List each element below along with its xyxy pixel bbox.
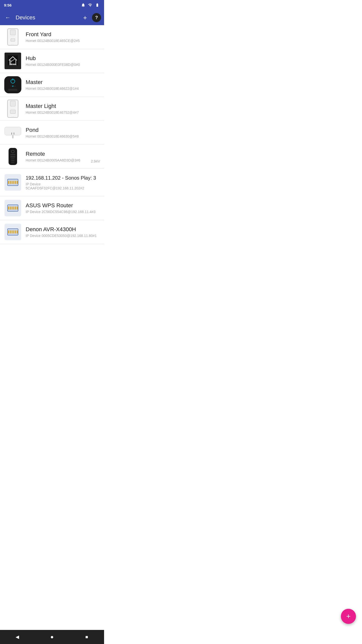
page-title: Devices [16,14,78,21]
device-info-sonos: 192.168.11.202 - Sonos Play: 3 IP Device… [26,175,100,190]
device-name: Pond [26,127,100,133]
device-name: 192.168.11.202 - Sonos Play: 3 [26,175,100,181]
device-icon-pond [4,124,22,141]
device-icon-remote [4,148,22,165]
device-sub: IP Device 5CAAFD5F32FC@192.168.11.202#2 [26,182,100,190]
device-item-pond[interactable]: Pond Hornet 00124B0018E46630@5#8 [0,121,104,145]
device-name: Master Light [26,103,100,109]
device-info-hub: Hub Hornet 00124B000E0FE08D@0#0 [26,55,100,67]
device-icon-hub: LIBRE HOME [4,52,22,70]
device-icon-denon [4,223,22,241]
help-button[interactable]: ? [92,13,101,22]
device-item-denon[interactable]: Denon AVR-X4300H IP Device 0005CDE53050@… [0,220,104,244]
device-item-sonos[interactable]: 192.168.11.202 - Sonos Play: 3 IP Device… [0,169,104,196]
device-info-denon: Denon AVR-X4300H IP Device 0005CDE53050@… [26,226,100,238]
device-icon-master-light: _ _ [4,100,22,117]
device-icon-master: ^ M v [4,76,22,94]
device-item-master[interactable]: ^ M v Master Hornet 00124B0018E46622@1#4 [0,73,104,97]
libre-home-logo: LIBRE HOME [8,55,18,65]
device-name: Master [26,79,100,86]
switch2-icon: _ _ [7,100,18,118]
device-sub: Hornet 00124B0018E465CE@2#5 [26,39,100,43]
wifi-icon [87,3,93,7]
device-icon-front-yard: _ _ [4,28,22,46]
hub-icon: LIBRE HOME [5,53,21,69]
remote-device-icon [9,148,17,165]
device-name: Denon AVR-X4300H [26,226,100,233]
device-sub: IP Device 2C56DC554C98@192.168.11.4#3 [26,210,100,214]
status-time: 9:56 [4,3,12,7]
network-icon [5,174,21,191]
help-label: ? [95,15,98,20]
device-info-master-light: Master Light Hornet 00124B0018E46752@4#7 [26,103,100,114]
device-sub: Hornet 00124B000E0FE08D@0#0 [26,63,100,67]
device-icon-sonos [4,174,22,191]
device-info-pond: Pond Hornet 00124B0018E46630@5#8 [26,127,100,138]
device-name: Remote [26,151,100,157]
pond-device-icon [5,127,21,138]
device-info-remote: Remote Hornet 00124B0005AA8D3D@3#6 [26,151,100,162]
add-button[interactable]: + [81,12,89,24]
network-icon-denon [5,224,21,240]
device-badge-voltage: 2.94V [91,159,100,163]
back-button[interactable]: ← [3,12,13,23]
alert-icon [81,3,85,7]
device-item-master-light[interactable]: _ _ Master Light Hornet 00124B0018E46752… [0,97,104,121]
device-info-asus: ASUS WPS Router IP Device 2C56DC554C98@1… [26,202,100,214]
device-info-master: Master Hornet 00124B0018E46622@1#4 [26,79,100,91]
status-icons [81,3,100,7]
device-name: ASUS WPS Router [26,202,100,209]
master-device-icon: ^ M v [4,76,21,93]
device-sub: IP Device 0005CDE53050@192.168.11.80#1 [26,234,100,238]
device-name: Front Yard [26,31,100,38]
status-bar: 9:56 [0,0,104,10]
device-item-front-yard[interactable]: _ _ Front Yard Hornet 00124B0018E465CE@2… [0,25,104,49]
device-item-remote[interactable]: Remote Hornet 00124B0005AA8D3D@3#6 2.94V [0,145,104,169]
device-list: _ _ Front Yard Hornet 00124B0018E465CE@2… [0,25,104,244]
network-icon-asus [5,200,21,216]
device-sub: Hornet 00124B0018E46622@1#4 [26,87,100,91]
switch-icon: _ _ [7,28,18,46]
device-item-hub[interactable]: LIBRE HOME Hub Hornet 00124B000E0FE08D@0… [0,49,104,73]
device-name: Hub [26,55,100,62]
battery-icon [95,3,100,7]
device-icon-asus [4,199,22,217]
svg-text:LIBRE HOME: LIBRE HOME [9,64,16,65]
app-bar: ← Devices + ? [0,10,104,25]
device-item-asus[interactable]: ASUS WPS Router IP Device 2C56DC554C98@1… [0,196,104,220]
device-sub: Hornet 00124B0018E46630@5#8 [26,134,100,138]
device-sub: Hornet 00124B0005AA8D3D@3#6 [26,158,100,162]
device-sub: Hornet 00124B0018E46752@4#7 [26,110,100,114]
device-info-front-yard: Front Yard Hornet 00124B0018E465CE@2#5 [26,31,100,43]
